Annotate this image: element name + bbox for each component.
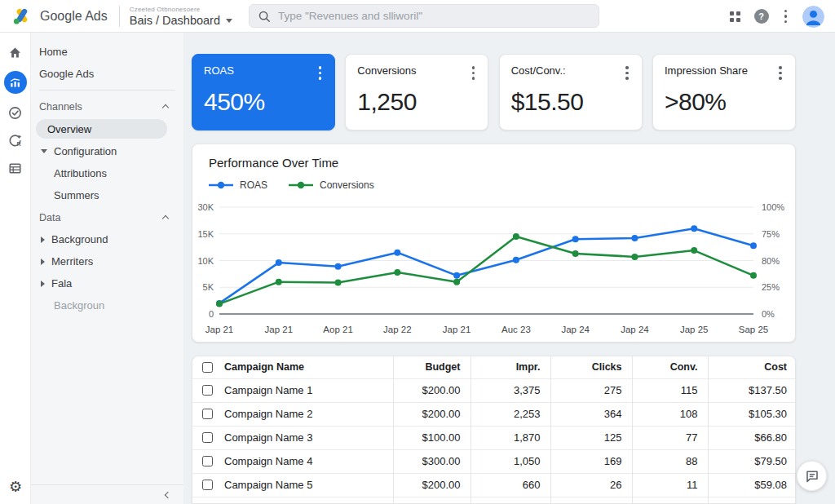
refresh-r-icon[interactable]: R bbox=[7, 131, 24, 149]
sidebar-item-summers[interactable]: Summers bbox=[31, 184, 183, 206]
sidebar-item-overview[interactable]: Overview bbox=[36, 119, 167, 139]
value-cell bbox=[393, 497, 471, 504]
sidebar-item-backgroun[interactable]: Backgroun bbox=[31, 294, 183, 316]
value-cell: 115 bbox=[632, 378, 708, 402]
row-checkbox[interactable] bbox=[202, 409, 213, 419]
value-cell: $200.00 bbox=[393, 378, 471, 402]
chevron-down-icon bbox=[226, 19, 232, 23]
table-row-partial bbox=[192, 497, 796, 504]
value-cell: 275 bbox=[550, 378, 632, 402]
kpi-card-header: ROAS bbox=[204, 64, 323, 82]
value-cell: $105.30 bbox=[708, 402, 796, 426]
value-cell bbox=[471, 497, 550, 504]
svg-text:15K: 15K bbox=[197, 229, 214, 239]
row-checkbox[interactable] bbox=[202, 432, 213, 443]
sidebar-item-configuration[interactable]: Configuration bbox=[31, 140, 183, 162]
svg-text:100%: 100% bbox=[762, 202, 784, 212]
table-list-icon[interactable] bbox=[7, 159, 24, 177]
account-label: Czeeted Otbnonesoere bbox=[130, 6, 232, 14]
column-header-label: Campaign Name bbox=[224, 361, 304, 373]
svg-text:Jap 21: Jap 21 bbox=[205, 325, 234, 334]
avatar[interactable] bbox=[802, 6, 824, 28]
sidebar-item-label: Overview bbox=[47, 123, 91, 135]
chart-title: Performance Over Time bbox=[209, 156, 795, 170]
svg-text:0: 0 bbox=[209, 309, 214, 319]
kebab-menu-icon[interactable] bbox=[317, 64, 324, 82]
legend-label: Conversions bbox=[320, 179, 374, 191]
svg-text:Jap 22: Jap 22 bbox=[383, 325, 412, 334]
table-header-row: Campaign NameBudgetImpr.ClicksConv.Cost bbox=[192, 356, 796, 378]
legend-label: ROAS bbox=[240, 179, 267, 191]
sidebar-item-attributions[interactable]: Attributions bbox=[31, 162, 183, 184]
sidebar-item-fala[interactable]: Fala bbox=[31, 272, 183, 294]
table-row: Compaign Name 3$100.001,87012577$66.80 bbox=[192, 426, 796, 449]
chart-legend: ROASConversions bbox=[209, 179, 795, 191]
chat-button[interactable] bbox=[797, 461, 827, 491]
row-checkbox[interactable] bbox=[202, 385, 213, 396]
search-icon bbox=[258, 10, 271, 23]
legend-swatch-icon bbox=[289, 181, 313, 189]
home-icon[interactable] bbox=[7, 43, 24, 61]
topbar-divider bbox=[119, 6, 120, 27]
sidebar-item-google-ads[interactable]: Google Ads bbox=[31, 63, 183, 85]
campaigns-icon-selected[interactable] bbox=[4, 71, 27, 94]
value-cell bbox=[550, 497, 632, 504]
value-cell: 1,870 bbox=[471, 426, 550, 449]
sidebar-divider bbox=[39, 90, 175, 91]
search-bar[interactable] bbox=[249, 4, 599, 28]
sidebar-item-merriters[interactable]: Merriters bbox=[31, 250, 183, 272]
kpi-value: 450% bbox=[204, 88, 323, 116]
kpi-card-conversions: Conversions1,250 bbox=[345, 54, 488, 130]
sidebar-collapse[interactable] bbox=[31, 484, 183, 504]
svg-text:0%: 0% bbox=[762, 309, 775, 319]
row-checkbox[interactable] bbox=[202, 456, 213, 466]
sidebar-item-background[interactable]: Background bbox=[31, 228, 183, 250]
kpi-value: $15.50 bbox=[511, 88, 630, 116]
breadcrumb[interactable]: Czeeted Otbnonesoere Bais / Dashboard bbox=[130, 6, 232, 27]
apps-grid-icon[interactable] bbox=[730, 11, 740, 22]
help-icon[interactable]: ? bbox=[754, 9, 769, 24]
kebab-menu-icon[interactable] bbox=[471, 64, 477, 82]
campaign-name: Campaign Name 1 bbox=[224, 384, 312, 396]
chevron-left-icon bbox=[165, 491, 171, 497]
legend-item-roas[interactable]: ROAS bbox=[209, 179, 267, 191]
kebab-menu-icon[interactable] bbox=[624, 64, 630, 82]
row-checkbox[interactable] bbox=[202, 480, 213, 490]
gear-icon[interactable]: ⚙ bbox=[0, 478, 31, 496]
kpi-card-header: Cost/Conv.: bbox=[511, 64, 630, 82]
value-cell: $59.08 bbox=[708, 473, 796, 497]
triangle-right-icon bbox=[41, 259, 45, 265]
more-options-icon[interactable] bbox=[783, 8, 789, 25]
value-cell: $200.00 bbox=[393, 473, 471, 497]
value-cell: 26 bbox=[550, 473, 632, 497]
svg-text:10K: 10K bbox=[197, 256, 214, 266]
performance-line-chart: 00%5K25%10K80%15K75%30K100%Jap 21Jap 21A… bbox=[192, 194, 797, 339]
value-cell: 169 bbox=[550, 449, 632, 473]
campaign-table-card: Campaign NameBudgetImpr.ClicksConv.CostC… bbox=[192, 356, 796, 504]
sidebar-item-home[interactable]: Home bbox=[31, 41, 183, 63]
value-cell bbox=[708, 497, 796, 504]
table-row: Campaign Name 5$200.006602611$59.08 bbox=[192, 473, 796, 497]
sidebar-item-label: Home bbox=[39, 46, 68, 58]
kpi-card-header: Impression Share bbox=[665, 64, 784, 82]
value-cell: 364 bbox=[550, 402, 632, 426]
value-cell bbox=[192, 497, 393, 504]
svg-text:Jap 21: Jap 21 bbox=[443, 325, 471, 334]
svg-text:30K: 30K bbox=[197, 202, 214, 212]
sidebar-section-channels[interactable]: Channels bbox=[31, 95, 183, 117]
chat-icon bbox=[805, 469, 820, 484]
select-all-checkbox[interactable] bbox=[202, 362, 213, 373]
icon-rail: R ⚙ bbox=[0, 33, 31, 504]
goals-check-icon[interactable] bbox=[7, 104, 24, 122]
search-input[interactable] bbox=[278, 10, 590, 22]
column-header-cost: Cost bbox=[708, 356, 796, 378]
sidebar-section-data[interactable]: Data bbox=[31, 206, 183, 228]
legend-item-conversions[interactable]: Conversions bbox=[289, 179, 374, 191]
campaign-table: Campaign NameBudgetImpr.ClicksConv.CostC… bbox=[192, 356, 796, 504]
kpi-card-header: Conversions bbox=[357, 64, 476, 82]
kpi-card-roas: ROAS450% bbox=[192, 54, 335, 130]
kebab-menu-icon[interactable] bbox=[777, 64, 784, 82]
sidebar-item-label: Configuration bbox=[54, 145, 117, 157]
kpi-value: 1,250 bbox=[357, 88, 476, 116]
table-row: Campaign Name 1$200.003,375275115$137.50 bbox=[192, 378, 796, 402]
